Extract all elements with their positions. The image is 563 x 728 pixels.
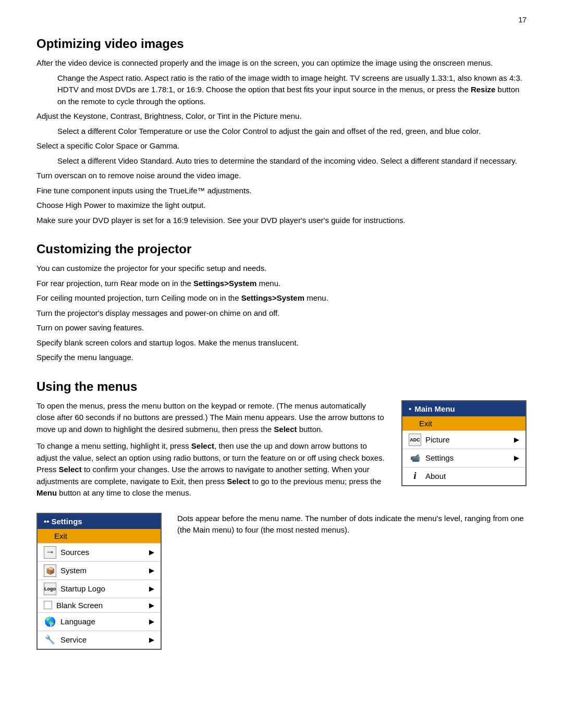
dots-explanation: Dots appear before the menu name. The nu… xyxy=(177,513,527,539)
picture-arrow: ▶ xyxy=(514,436,519,443)
para-9: Choose High Power to maximize the light … xyxy=(36,200,527,212)
info-icon: i xyxy=(409,470,421,483)
blank-screen-icon xyxy=(44,601,52,609)
custom-para-1: You can customize the projector for your… xyxy=(36,263,527,275)
select-bold-1: Select xyxy=(274,425,297,434)
system-label: System xyxy=(60,566,145,575)
language-arrow: ▶ xyxy=(149,618,154,625)
para-3: Adjust the Keystone, Contrast, Brightnes… xyxy=(36,110,527,122)
language-icon: 🌎 xyxy=(44,615,56,628)
para-1: After the video device is connected prop… xyxy=(36,57,527,69)
section-menus-title: Using the menus xyxy=(36,379,527,394)
para-7: Turn overscan on to remove noise around … xyxy=(36,170,527,182)
menus-top-area: To open the menus, press the menu button… xyxy=(36,400,527,502)
custom-para-2: For rear projection, turn Rear mode on i… xyxy=(36,278,527,290)
settings-system-bold-2: Settings>System xyxy=(241,293,304,302)
menus-left-text: To open the menus, press the menu button… xyxy=(36,400,386,502)
main-menu-item-about[interactable]: i About xyxy=(402,467,525,485)
sources-arrow: ▶ xyxy=(149,548,154,556)
settings-menu-title: •• Settings xyxy=(38,514,161,529)
settings-item-blank-screen[interactable]: Blank Screen ▶ xyxy=(38,598,161,612)
main-menu-exit[interactable]: Exit xyxy=(402,416,525,430)
main-menu-item-picture[interactable]: ADC Picture ▶ xyxy=(402,430,525,449)
service-arrow: ▶ xyxy=(149,636,154,644)
picture-label: Picture xyxy=(425,435,510,444)
system-arrow: ▶ xyxy=(149,566,154,574)
main-menu-title-text: Main Menu xyxy=(414,404,455,413)
system-icon: 📦 xyxy=(44,564,56,577)
section-customizing-title: Customizing the projector xyxy=(36,242,527,256)
settings-item-startup-logo[interactable]: Logo Startup Logo ▶ xyxy=(38,579,161,598)
sources-icon: → xyxy=(44,546,56,559)
blank-screen-arrow: ▶ xyxy=(149,601,154,609)
page-number: 17 xyxy=(518,16,527,24)
para-4: Select a different Color Temperature or … xyxy=(57,126,527,138)
para-6: Select a different Video Standard. Auto … xyxy=(57,155,527,167)
main-menu-item-settings[interactable]: 📹 Settings ▶ xyxy=(402,449,525,467)
settings-item-service[interactable]: 🔧 Service ▶ xyxy=(38,631,161,649)
resize-bold: Resize xyxy=(471,85,496,94)
menus-para-2: To change a menu setting, highlight it, … xyxy=(36,440,386,499)
sources-label: Sources xyxy=(60,548,145,557)
section-customizing: Customizing the projector You can custom… xyxy=(36,242,527,364)
custom-para-4: Turn the projector's display messages an… xyxy=(36,307,527,319)
dots-text: Dots appear before the menu name. The nu… xyxy=(177,513,527,536)
settings-label: Settings xyxy=(425,453,510,462)
para-5: Select a specific Color Space or Gamma. xyxy=(36,140,527,152)
settings-bullets: •• xyxy=(44,517,50,526)
section-using-menus: Using the menus To open the menus, press… xyxy=(36,379,527,650)
para-10: Make sure your DVD player is set for a 1… xyxy=(36,215,527,227)
about-label: About xyxy=(425,472,446,480)
custom-para-5: Turn on power saving features. xyxy=(36,322,527,334)
adc-icon: ADC xyxy=(409,434,421,446)
section-optimizing: Optimizing video images After the video … xyxy=(36,36,527,226)
menus-para-1: To open the menus, press the menu button… xyxy=(36,400,386,436)
settings-title-text: Settings xyxy=(52,517,82,526)
select-bold-3: Select xyxy=(59,465,82,474)
settings-area: •• Settings Exit → Sources ▶ 📦 System ▶ … xyxy=(36,513,527,650)
settings-item-system[interactable]: 📦 System ▶ xyxy=(38,561,161,579)
custom-para-6: Specify blank screen colors and startup … xyxy=(36,337,527,349)
startup-logo-icon: Logo xyxy=(44,583,56,595)
settings-exit[interactable]: Exit xyxy=(38,529,161,543)
para-8: Fine tune component inputs using the Tru… xyxy=(36,185,527,197)
settings-system-bold-1: Settings>System xyxy=(193,279,256,288)
startup-logo-label: Startup Logo xyxy=(60,584,145,593)
settings-item-language[interactable]: 🌎 Language ▶ xyxy=(38,612,161,631)
settings-menu-widget: •• Settings Exit → Sources ▶ 📦 System ▶ … xyxy=(36,513,162,650)
main-menu-title: • Main Menu xyxy=(402,401,525,416)
startup-logo-arrow: ▶ xyxy=(149,585,154,593)
custom-para-3: For ceiling mounted projection, turn Cei… xyxy=(36,292,527,304)
menu-bold: Menu xyxy=(36,488,57,497)
main-menu-widget: • Main Menu Exit ADC Picture ▶ 📹 Setting… xyxy=(401,400,527,486)
select-bold-2: Select xyxy=(191,441,214,450)
main-menu-bullet: • xyxy=(409,404,411,413)
section-optimizing-title: Optimizing video images xyxy=(36,36,527,51)
custom-para-7: Specify the menu language. xyxy=(36,352,527,364)
service-icon: 🔧 xyxy=(44,634,56,646)
film-icon: 📹 xyxy=(409,452,421,464)
blank-screen-label: Blank Screen xyxy=(56,601,145,610)
select-bold-4: Select xyxy=(227,477,250,486)
language-label: Language xyxy=(60,617,145,626)
settings-arrow: ▶ xyxy=(514,454,519,462)
para-2: Change the Aspect ratio. Aspect ratio is… xyxy=(57,72,527,108)
service-label: Service xyxy=(60,635,145,644)
settings-item-sources[interactable]: → Sources ▶ xyxy=(38,543,161,561)
